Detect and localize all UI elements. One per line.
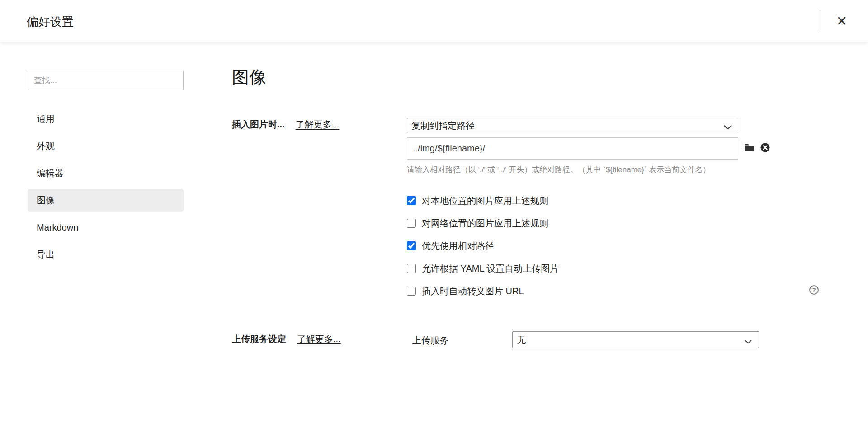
dialog-header: 偏好设置 ✕ — [0, 0, 868, 42]
sidebar-item-export[interactable]: 导出 — [28, 243, 184, 266]
search-input[interactable] — [28, 71, 184, 90]
checkbox-row-local-rule[interactable]: 对本地位置的图片应用上述规则 — [407, 194, 548, 207]
folder-icon[interactable] — [744, 143, 755, 152]
checkbox-label: 对本地位置的图片应用上述规则 — [422, 195, 548, 207]
upload-service-select[interactable]: 无 — [512, 331, 759, 348]
close-icon[interactable]: ✕ — [831, 10, 853, 32]
insert-image-label: 插入图片时... — [232, 118, 285, 131]
sidebar-item-markdown[interactable]: Markdown — [28, 216, 184, 239]
checkbox-escape-url[interactable] — [407, 287, 416, 296]
upload-service-settings-label: 上传服务设定 — [232, 333, 286, 345]
sidebar-item-label: 外观 — [37, 141, 55, 151]
checkbox-label: 优先使用相对路径 — [422, 240, 494, 252]
image-action-select[interactable]: 复制到指定路径 — [407, 118, 738, 133]
insert-learn-more-link[interactable]: 了解更多... — [296, 118, 340, 131]
sidebar-item-label: 编辑器 — [37, 168, 64, 178]
checkbox-relative-path[interactable] — [407, 241, 416, 250]
checkbox-label: 允许根据 YAML 设置自动上传图片 — [422, 263, 559, 275]
clear-circle-x-icon[interactable] — [760, 142, 770, 153]
path-hint-text: 请输入相对路径（以 './' 或 '../' 开头）或绝对路径。（其中 `${f… — [407, 165, 710, 175]
preferences-dialog: 偏好设置 ✕ 通用 外观 编辑器 图像 Markdown 导出 图像 插入图片时… — [0, 0, 868, 447]
checkbox-row-network-rule[interactable]: 对网络位置的图片应用上述规则 — [407, 217, 548, 230]
image-path-input[interactable] — [407, 137, 738, 160]
checkbox-row-relative-path[interactable]: 优先使用相对路径 — [407, 240, 494, 252]
sidebar-item-label: 通用 — [37, 114, 55, 124]
checkbox-label: 对网络位置的图片应用上述规则 — [422, 217, 548, 230]
sidebar-item-appearance[interactable]: 外观 — [28, 135, 184, 157]
sidebar-item-general[interactable]: 通用 — [28, 108, 184, 130]
insert-image-row-labels: 插入图片时... 了解更多... — [232, 118, 339, 131]
checkbox-yaml-upload[interactable] — [407, 264, 416, 273]
checkbox-row-escape-url[interactable]: 插入时自动转义图片 URL — [407, 285, 524, 297]
checkbox-network-rule[interactable] — [407, 219, 416, 228]
sidebar-item-editor[interactable]: 编辑器 — [28, 162, 184, 184]
upload-service-label: 上传服务 — [412, 334, 448, 347]
help-question-icon[interactable]: ? — [809, 285, 819, 295]
sidebar-item-label: Markdown — [37, 222, 78, 232]
checkbox-row-yaml-upload[interactable]: 允许根据 YAML 设置自动上传图片 — [407, 262, 559, 275]
upload-service-row-labels: 上传服务设定 了解更多... — [232, 333, 341, 345]
header-divider — [820, 10, 820, 32]
sidebar-item-image[interactable]: 图像 — [28, 189, 184, 212]
sidebar-item-label: 导出 — [37, 249, 55, 259]
svg-text:?: ? — [812, 287, 816, 293]
dialog-title: 偏好设置 — [27, 14, 74, 30]
checkbox-local-rule[interactable] — [407, 196, 416, 205]
page-title: 图像 — [232, 66, 266, 89]
checkbox-label: 插入时自动转义图片 URL — [422, 285, 524, 297]
upload-learn-more-link[interactable]: 了解更多... — [297, 333, 341, 345]
sidebar-item-label: 图像 — [37, 195, 55, 205]
